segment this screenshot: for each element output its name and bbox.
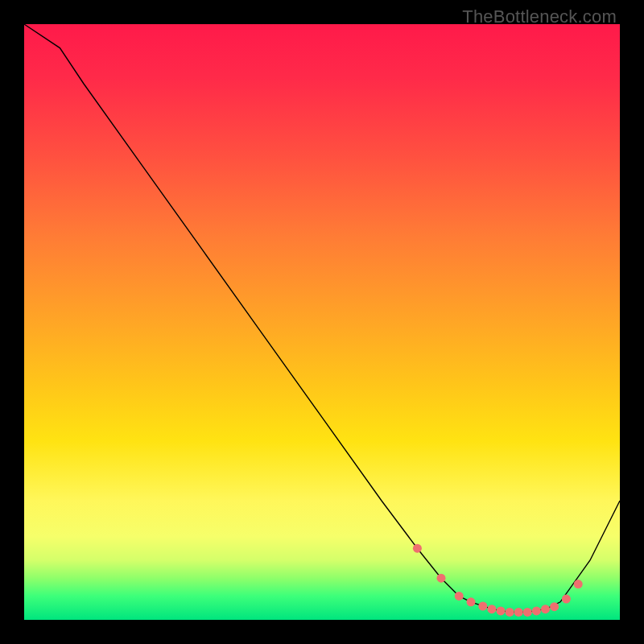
curve-marker (478, 602, 487, 611)
curve-marker (506, 608, 514, 617)
curve-marker (532, 606, 541, 615)
curve-marker (514, 608, 523, 617)
curve-marker (574, 580, 583, 588)
curve-marker (437, 574, 446, 583)
plot-area (24, 24, 620, 620)
bottleneck-curve (24, 24, 620, 612)
curve-marker (523, 608, 532, 617)
curve-marker (467, 597, 476, 606)
chart-container: TheBottleneck.com (0, 0, 644, 644)
line-chart-svg (24, 24, 620, 620)
curve-marker (497, 606, 506, 615)
curve-markers (413, 544, 583, 617)
curve-marker (541, 605, 550, 613)
curve-marker (550, 602, 559, 611)
curve-marker (413, 544, 422, 553)
curve-marker (455, 592, 464, 601)
curve-marker (562, 595, 571, 604)
curve-marker (487, 605, 496, 613)
